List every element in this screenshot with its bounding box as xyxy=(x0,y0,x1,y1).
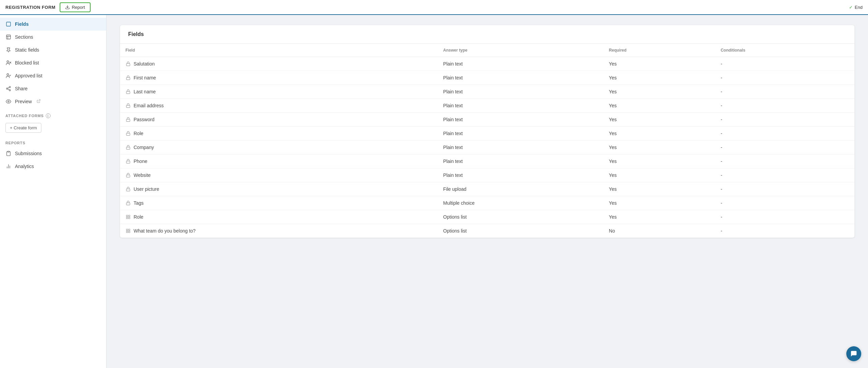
sidebar-item-blocked-list[interactable]: Blocked list xyxy=(0,56,106,69)
svg-rect-30 xyxy=(126,189,130,191)
field-name: Salutation xyxy=(134,61,155,67)
check-icon: ✓ xyxy=(849,5,853,10)
sidebar-item-approved-list[interactable]: Approved list xyxy=(0,69,106,82)
field-name: Password xyxy=(134,117,154,122)
table-row: Last namePlain textYes- xyxy=(120,85,854,99)
table-row: WebsitePlain textYes- xyxy=(120,168,854,182)
topbar-left: REGISTRATION FORM Report xyxy=(5,2,91,12)
conditionals-cell: - xyxy=(715,71,854,85)
field-name: Email address xyxy=(134,103,164,108)
field-name: Role xyxy=(134,131,143,136)
svg-rect-37 xyxy=(129,229,130,231)
required-cell: Yes xyxy=(604,57,715,71)
field-name: Company xyxy=(134,145,154,150)
field-cell: Password xyxy=(120,113,438,127)
svg-rect-17 xyxy=(7,151,9,152)
external-link-icon xyxy=(37,99,41,104)
conditionals-cell: - xyxy=(715,224,854,238)
field-cell: Salutation xyxy=(120,57,438,71)
sidebar-item-label: Sections xyxy=(15,34,33,40)
fields-panel-header: Fields xyxy=(120,25,854,44)
answer-type-cell: File upload xyxy=(438,182,604,196)
answer-type-cell: Plain text xyxy=(438,168,604,182)
sidebar-item-sections[interactable]: Sections xyxy=(0,31,106,43)
field-name: User picture xyxy=(134,186,159,192)
download-icon xyxy=(65,5,70,10)
layout-icon xyxy=(5,34,12,40)
svg-line-14 xyxy=(8,87,9,88)
eye-icon xyxy=(5,98,12,105)
svg-rect-24 xyxy=(126,105,130,107)
svg-line-16 xyxy=(38,100,40,102)
answer-type-cell: Plain text xyxy=(438,127,604,141)
table-row: PasswordPlain textYes- xyxy=(120,113,854,127)
table-row: What team do you belong to?Options listN… xyxy=(120,224,854,238)
svg-rect-22 xyxy=(126,77,130,79)
answer-type-cell: Multiple choice xyxy=(438,196,604,210)
sidebar-item-label: Blocked list xyxy=(15,60,39,66)
sidebar-item-analytics[interactable]: Analytics xyxy=(0,160,106,173)
sidebar-item-preview[interactable]: Preview xyxy=(0,95,106,108)
required-cell: Yes xyxy=(604,210,715,224)
svg-rect-39 xyxy=(126,231,128,233)
table-row: PhonePlain textYes- xyxy=(120,154,854,168)
field-name: First name xyxy=(134,75,156,80)
lock-icon xyxy=(125,200,131,206)
sidebar-item-label: Approved list xyxy=(15,73,42,78)
end-button[interactable]: ✓ End xyxy=(849,5,863,10)
required-cell: Yes xyxy=(604,71,715,85)
svg-point-6 xyxy=(7,61,8,62)
answer-type-cell: Plain text xyxy=(438,141,604,154)
table-row: RoleOptions listYes- xyxy=(120,210,854,224)
svg-rect-2 xyxy=(6,35,11,39)
required-cell: Yes xyxy=(604,141,715,154)
table-row: RolePlain textYes- xyxy=(120,127,854,141)
field-name: Role xyxy=(134,214,143,220)
required-cell: No xyxy=(604,224,715,238)
sidebar-item-share[interactable]: Share xyxy=(0,82,106,95)
field-name: Last name xyxy=(134,89,156,94)
sidebar-item-static-fields[interactable]: Static fields xyxy=(0,43,106,56)
answer-type-cell: Plain text xyxy=(438,85,604,99)
sidebar-item-submissions[interactable]: Submissions xyxy=(0,147,106,160)
app-title: REGISTRATION FORM xyxy=(5,5,56,10)
report-button[interactable]: Report xyxy=(60,2,91,12)
table-row: User pictureFile uploadYes- xyxy=(120,182,854,196)
conditionals-cell: - xyxy=(715,154,854,168)
field-cell: Last name xyxy=(120,85,438,99)
table-row: First namePlain textYes- xyxy=(120,71,854,85)
lock-icon xyxy=(125,89,131,94)
lock-icon xyxy=(125,159,131,164)
required-cell: Yes xyxy=(604,182,715,196)
svg-rect-26 xyxy=(126,133,130,135)
field-name: Tags xyxy=(134,200,144,206)
conditionals-cell: - xyxy=(715,113,854,127)
conditionals-cell: - xyxy=(715,182,854,196)
required-cell: Yes xyxy=(604,168,715,182)
chat-bubble[interactable] xyxy=(846,346,861,361)
field-name: Website xyxy=(134,172,151,178)
column-header-required: Required xyxy=(604,44,715,57)
answer-type-cell: Plain text xyxy=(438,57,604,71)
field-cell: Phone xyxy=(120,154,438,168)
answer-type-cell: Plain text xyxy=(438,154,604,168)
sidebar-item-fields[interactable]: Fields xyxy=(0,18,106,31)
chat-icon xyxy=(850,350,857,357)
table-row: SalutationPlain textYes- xyxy=(120,57,854,71)
answer-type-cell: Plain text xyxy=(438,71,604,85)
field-cell: User picture xyxy=(120,182,438,196)
fields-panel-title: Fields xyxy=(128,31,144,37)
square-icon xyxy=(5,21,12,27)
field-cell: What team do you belong to? xyxy=(120,224,438,238)
field-cell: Email address xyxy=(120,99,438,113)
required-cell: Yes xyxy=(604,85,715,99)
reports-label: REPORTS xyxy=(0,135,106,147)
required-cell: Yes xyxy=(604,113,715,127)
svg-rect-21 xyxy=(126,63,130,66)
svg-point-15 xyxy=(8,101,9,102)
grid-icon xyxy=(125,214,131,220)
answer-type-cell: Options list xyxy=(438,210,604,224)
info-icon[interactable]: i xyxy=(46,113,51,118)
svg-rect-32 xyxy=(126,215,128,217)
create-form-button[interactable]: + Create form xyxy=(5,123,41,133)
